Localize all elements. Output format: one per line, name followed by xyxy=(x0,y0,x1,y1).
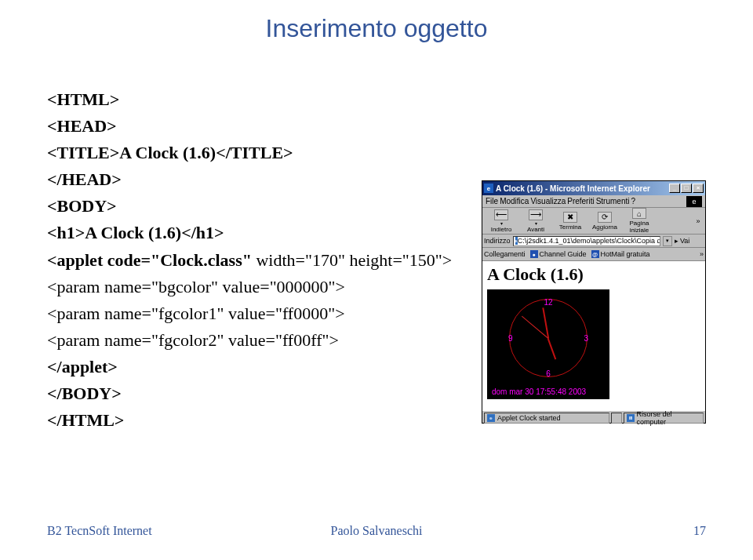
footer-left: B2 TecnSoft Internet xyxy=(47,524,152,538)
footer-center: Paolo Salvaneschi xyxy=(331,524,423,538)
address-input[interactable]: e C:\j2sdk1.4.1_01\demo\applets\Clock\Co… xyxy=(513,236,660,246)
menu-help[interactable]: ? xyxy=(631,197,635,205)
forward-button[interactable]: ⟶▾ Avanti xyxy=(518,209,553,233)
go-button[interactable]: ▸ Vai xyxy=(675,237,690,245)
address-value: C:\j2sdk1.4.1_01\demo\applets\Clock\Copi… xyxy=(518,237,660,245)
clock-applet: 12 3 6 9 dom mar 30 17:55:48 2003 xyxy=(487,289,609,399)
back-button[interactable]: ⟵▾ Indietro xyxy=(484,209,518,233)
code-block: <HTML> <HEAD> <TITLE>A Clock (1.6)</TITL… xyxy=(47,86,452,434)
ie-icon: e xyxy=(484,184,493,193)
status-zone-text: Risorse del computer xyxy=(637,410,700,426)
code-line: </applet> xyxy=(47,354,452,380)
code-line: </HTML> xyxy=(47,407,452,434)
menu-strumenti[interactable]: Strumenti xyxy=(596,197,630,205)
menu-preferiti[interactable]: Preferiti xyxy=(567,197,594,205)
clock-num-6: 6 xyxy=(546,369,551,378)
hour-hand xyxy=(547,338,556,359)
code-line: <TITLE>A Clock (1.6)</TITLE> xyxy=(47,140,452,166)
link-label: HotMail gratuita xyxy=(601,250,650,258)
status-text: Applet Clock started xyxy=(497,414,561,422)
code-line: <param name="fgcolor2" value="ff00ff"> xyxy=(47,327,452,354)
page-heading: A Clock (1.6) xyxy=(487,264,700,285)
code-line: <h1>A Clock (1.6)</h1> xyxy=(47,220,452,246)
menu-file[interactable]: File xyxy=(486,197,498,205)
links-label: Collegamenti xyxy=(484,250,526,258)
link-label: Channel Guide xyxy=(540,250,587,258)
code-line: <param name="bgcolor" value="000000"> xyxy=(47,274,452,300)
close-button[interactable]: × xyxy=(693,184,704,193)
code-line: <param name="fgcolor1" value="ff0000"> xyxy=(47,300,452,327)
toolbar: ⟵▾ Indietro ⟶▾ Avanti ✖ Termina ⟳ Aggior… xyxy=(482,208,705,235)
window-controls: _ □ × xyxy=(669,184,704,193)
tool-label: Indietro xyxy=(484,226,518,233)
code-span: <applet code="Clock.class" xyxy=(47,250,256,270)
link-hotmail[interactable]: @HotMail gratuita xyxy=(591,250,650,258)
clock-num-12: 12 xyxy=(544,298,552,307)
code-line: <HEAD> xyxy=(47,113,452,140)
code-line: </HEAD> xyxy=(47,166,452,193)
status-slot xyxy=(611,413,622,424)
link-channel-guide[interactable]: ●Channel Guide xyxy=(530,250,587,258)
menubar: File Modifica Visualizza Preferiti Strum… xyxy=(482,195,705,208)
address-dropdown[interactable]: ▾ xyxy=(663,236,672,246)
refresh-button[interactable]: ⟳ Aggiorna xyxy=(587,212,622,231)
browser-window: e A Clock (1.6) - Microsoft Internet Exp… xyxy=(482,180,706,424)
maximize-button[interactable]: □ xyxy=(681,184,692,193)
link-icon: ● xyxy=(530,250,538,258)
footer: B2 TecnSoft Internet Paolo Salvaneschi 1… xyxy=(0,524,753,538)
footer-right: 17 xyxy=(693,524,706,538)
tool-label: Avanti xyxy=(518,226,553,233)
window-title: A Clock (1.6) - Microsoft Internet Explo… xyxy=(496,184,650,193)
status-left: e Applet Clock started xyxy=(484,413,609,424)
home-button[interactable]: ⌂ Pagina iniziale xyxy=(622,208,657,234)
page-content: A Clock (1.6) 12 3 6 9 dom mar 30 17:55:… xyxy=(482,261,705,410)
applet-icon: e xyxy=(487,414,495,422)
tool-label: Pagina iniziale xyxy=(622,220,657,234)
slide-title: Inserimento oggetto xyxy=(0,0,753,43)
code-line: </BODY> xyxy=(47,380,452,407)
address-bar: Indirizzo e C:\j2sdk1.4.1_01\demo\applet… xyxy=(482,235,705,248)
tool-label: Termina xyxy=(553,224,587,231)
clock-date: dom mar 30 17:55:48 2003 xyxy=(492,387,586,396)
menu-modifica[interactable]: Modifica xyxy=(500,197,529,205)
status-bar: e Applet Clock started 🖥 Risorse del com… xyxy=(482,410,705,424)
code-line: <applet code="Clock.class" width="170" h… xyxy=(47,247,452,274)
links-overflow[interactable]: » xyxy=(700,250,704,258)
titlebar: e A Clock (1.6) - Microsoft Internet Exp… xyxy=(482,181,705,195)
minimize-button[interactable]: _ xyxy=(669,184,680,193)
clock-num-3: 3 xyxy=(584,333,588,342)
link-icon: @ xyxy=(591,250,599,258)
code-line: <BODY> xyxy=(47,193,452,220)
toolbar-overflow[interactable]: » xyxy=(693,217,704,225)
computer-icon: 🖥 xyxy=(627,414,635,422)
ie-logo-icon: e xyxy=(686,196,702,207)
links-bar: Collegamenti ●Channel Guide @HotMail gra… xyxy=(482,248,705,261)
code-line: <HTML> xyxy=(47,86,452,113)
go-label: Vai xyxy=(680,237,689,245)
address-label: Indirizzo xyxy=(484,237,511,245)
stop-button[interactable]: ✖ Termina xyxy=(553,212,587,231)
status-right: 🖥 Risorse del computer xyxy=(624,413,704,424)
clock-num-9: 9 xyxy=(508,333,513,342)
code-span: width="170" height="150"> xyxy=(256,250,452,270)
menu-visualizza[interactable]: Visualizza xyxy=(530,197,566,205)
clock-face: 12 3 6 9 xyxy=(509,299,587,377)
tool-label: Aggiorna xyxy=(587,224,622,231)
